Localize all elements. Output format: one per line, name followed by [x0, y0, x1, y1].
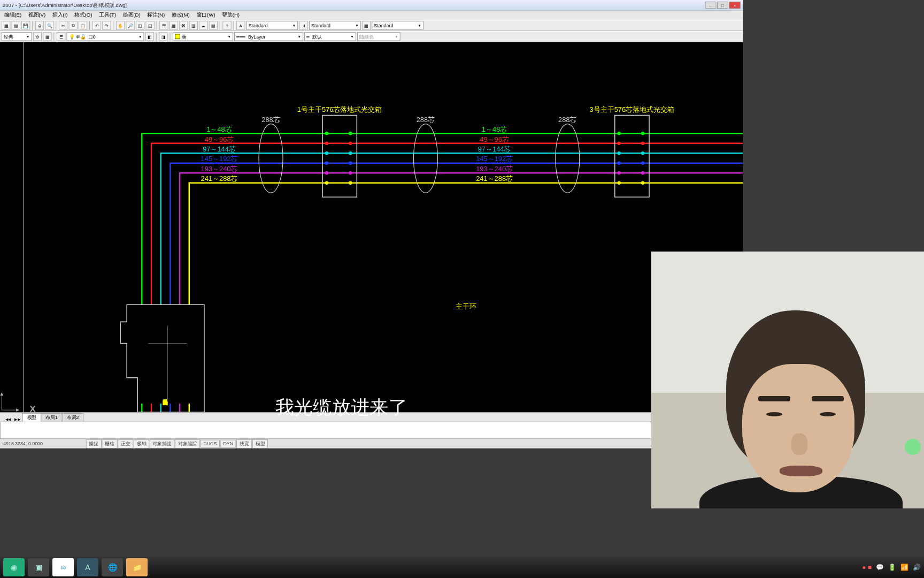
menu-format[interactable]: 格式(O) [72, 11, 95, 20]
calc-icon[interactable]: ▤ [209, 21, 218, 29]
markup-icon[interactable]: ☁ [199, 21, 207, 29]
layerprops-icon[interactable]: ☰ [57, 32, 65, 41]
polar-toggle[interactable]: 极轴 [134, 439, 149, 448]
earth-icon[interactable]: 🌐 [102, 558, 123, 576]
svg-point-19 [618, 142, 621, 145]
battery-icon[interactable]: 🔋 [888, 564, 896, 571]
cut-icon[interactable]: ✂ [59, 21, 67, 29]
pan-icon[interactable]: ✋ [116, 21, 125, 29]
svg-rect-40 [322, 115, 357, 197]
ducs-toggle[interactable]: DUCS [201, 440, 220, 447]
command-line[interactable] [0, 422, 743, 439]
tab-model[interactable]: 模型 [22, 413, 41, 422]
drawing-canvas[interactable]: X [0, 42, 743, 412]
snap-toggle[interactable]: 捕捉 [86, 439, 102, 448]
sheet-icon[interactable]: ▥ [189, 21, 198, 29]
save-icon[interactable]: 💾 [21, 21, 30, 29]
menu-help[interactable]: 帮助(H) [220, 11, 242, 20]
tab-layout1[interactable]: 布局1 [41, 413, 62, 422]
svg-point-26 [349, 162, 352, 165]
dc-icon[interactable]: ▦ [170, 21, 178, 29]
start-icon[interactable]: ◉ [3, 558, 25, 576]
grid-toggle[interactable]: 栅格 [102, 439, 118, 448]
print-icon[interactable]: ⎙ [35, 21, 44, 29]
volume-icon[interactable]: 🔊 [913, 564, 921, 571]
svg-point-32 [641, 171, 644, 174]
lineweight-combo[interactable]: ━默认▼ [304, 32, 356, 41]
menu-dim[interactable]: 标注(N) [145, 11, 167, 20]
chat-icon[interactable]: 💬 [876, 564, 884, 571]
menu-tools[interactable]: 工具(T) [97, 11, 119, 20]
ws-settings-icon[interactable]: ⚙ [33, 32, 42, 41]
textstyle-icon[interactable]: A [236, 21, 245, 29]
taskbar: ◉ ▣ ∞ A 🌐 📁 ● ■ 💬 🔋 📶 🔊 [0, 557, 924, 578]
dimstyle-combo[interactable]: Standard▼ [309, 21, 360, 29]
osnap-toggle[interactable]: 对象捕捉 [150, 439, 175, 448]
tab-layout2[interactable]: 布局2 [62, 413, 83, 422]
new-icon[interactable]: ▦ [2, 21, 10, 29]
tool-icon[interactable]: 🛠 [179, 21, 188, 29]
textstyle-combo[interactable]: Standard▼ [247, 21, 298, 29]
autocad-icon[interactable]: A [77, 558, 98, 576]
svg-point-21 [325, 151, 328, 155]
svg-point-14 [349, 132, 352, 135]
svg-point-13 [325, 132, 328, 135]
label-box1: 1号主干576芯落地式光交箱 [297, 105, 382, 113]
menu-edit[interactable]: 编辑(E) [2, 11, 24, 20]
copy-icon[interactable]: ⧉ [69, 21, 78, 29]
color-combo[interactable]: 黄▼ [173, 32, 233, 41]
title-bar: 2007 - [C:\Users\Administrator\Desktop\图… [0, 0, 743, 10]
menu-modify[interactable]: 修改(M) [169, 11, 192, 20]
zoom-icon[interactable]: 🔎 [126, 21, 135, 29]
menu-view[interactable]: 视图(V) [26, 11, 48, 20]
menu-insert[interactable]: 插入(I) [50, 11, 70, 20]
minimize-button[interactable]: – [705, 2, 717, 9]
menu-draw[interactable]: 绘图(D) [120, 11, 143, 20]
ortho-toggle[interactable]: 正交 [118, 439, 133, 448]
svg-text:145～192芯: 145～192芯 [476, 155, 513, 163]
tablestyle-icon[interactable]: ▦ [362, 21, 371, 29]
model-toggle[interactable]: 模型 [252, 439, 268, 448]
layerstate-icon[interactable]: ◨ [159, 32, 167, 41]
svg-point-22 [349, 151, 352, 155]
system-tray: ● ■ 💬 🔋 📶 🔊 [862, 564, 921, 571]
recorder-icon[interactable]: ▣ [28, 558, 49, 576]
svg-point-31 [618, 171, 621, 174]
undo-icon[interactable]: ↶ [93, 21, 101, 29]
open-icon[interactable]: ▤ [12, 21, 20, 29]
svg-text:1～48芯: 1～48芯 [482, 125, 507, 133]
close-button[interactable]: × [729, 2, 741, 9]
help-icon[interactable]: ? [222, 21, 231, 29]
rec-icon[interactable]: ● ■ [862, 564, 872, 571]
maximize-button[interactable]: □ [717, 2, 728, 9]
redo-icon[interactable]: ↷ [102, 21, 111, 29]
svg-point-20 [641, 142, 644, 145]
plotstyle-combo[interactable]: 随颜色▼ [357, 32, 400, 41]
svg-point-29 [325, 171, 328, 174]
layer-combo[interactable]: 💡❄🔓 口0▼ [67, 32, 144, 41]
tablestyle-combo[interactable]: Standard▼ [372, 21, 423, 29]
workspace-combo[interactable]: 经典▼ [2, 32, 32, 41]
svg-point-23 [618, 151, 621, 155]
zoomwin-icon[interactable]: ◰ [136, 21, 144, 29]
paste-icon[interactable]: 📋 [79, 21, 87, 29]
props-icon[interactable]: ☷ [159, 21, 168, 29]
svg-point-18 [349, 142, 352, 145]
linetype-combo[interactable]: ━━━ByLayer▼ [234, 32, 303, 41]
baidu-icon[interactable]: ∞ [52, 558, 74, 576]
tab-next-icon[interactable]: ▶▶ [13, 417, 22, 422]
zoomprev-icon[interactable]: ◱ [146, 21, 155, 29]
otrack-toggle[interactable]: 对象追踪 [175, 439, 200, 448]
dyn-toggle[interactable]: DYN [220, 440, 236, 447]
tab-prev-icon[interactable]: ◀◀ [3, 417, 13, 422]
dimstyle-icon[interactable]: ⨞ [299, 21, 308, 29]
wifi-icon[interactable]: 📶 [900, 564, 908, 571]
svg-point-35 [618, 181, 621, 184]
preview-icon[interactable]: 🔍 [45, 21, 53, 29]
menu-window[interactable]: 窗口(W) [194, 11, 218, 20]
lwt-toggle[interactable]: 线宽 [237, 439, 252, 448]
folder-icon[interactable]: 📁 [126, 558, 148, 576]
stream-badge-icon [905, 439, 921, 455]
layeriso-icon[interactable]: ◧ [145, 32, 154, 41]
ws-save-icon[interactable]: ▦ [43, 32, 51, 41]
